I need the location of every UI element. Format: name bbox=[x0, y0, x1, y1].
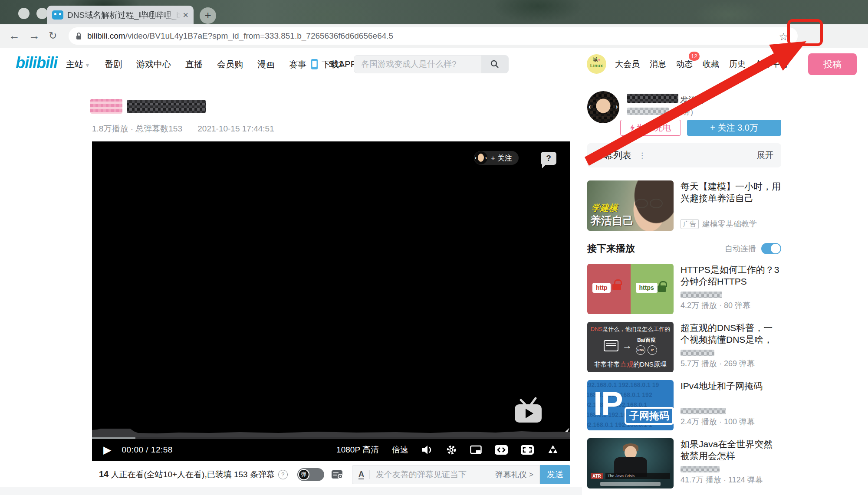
send-danmaku-button[interactable]: 发送 bbox=[540, 465, 570, 484]
bilibili-tv-watermark-icon bbox=[511, 396, 545, 424]
new-tab-button[interactable]: + bbox=[200, 7, 216, 24]
dns-badge-icon: DNS bbox=[636, 345, 645, 355]
up-next-title: 接下来播放 bbox=[587, 242, 635, 255]
danmaku-toggle[interactable]: 弹 bbox=[297, 468, 324, 481]
video-thumbnail[interactable]: http https bbox=[587, 264, 674, 314]
font-style-icon[interactable]: A bbox=[358, 470, 364, 479]
related-video-item[interactable]: ATR The Java Crisis 如果Java在全世界突然被禁用会怎样 4… bbox=[587, 438, 781, 488]
glasses-icon bbox=[635, 199, 648, 208]
video-player[interactable]: ‹ › + 关注 ? ▶ 00:00 / 12:58 1080P 高清 倍速 bbox=[92, 141, 570, 461]
lock-icon[interactable] bbox=[76, 32, 82, 40]
nav-item-shop[interactable]: 会员购 bbox=[217, 59, 243, 70]
related-video-item[interactable]: http https HTTPS是如何工作的？3分钟介绍HTTPS 4.2万 播… bbox=[587, 264, 781, 314]
help-circle-icon[interactable]: ? bbox=[278, 470, 288, 479]
search-icon bbox=[490, 59, 500, 69]
publish-time: 2021-10-15 17:44:51 bbox=[197, 124, 274, 133]
charge-button[interactable]: 为TA充电 bbox=[620, 120, 681, 136]
notification-badge: 12 bbox=[689, 52, 700, 61]
close-tab-icon[interactable]: × bbox=[183, 11, 188, 20]
video-title[interactable]: HTTPS是如何工作的？3分钟介绍HTTPS bbox=[681, 264, 781, 287]
related-video-item[interactable]: 192.168.0.1 192.168.0.1 19 .168.0.1 192.… bbox=[587, 380, 781, 430]
player-help-bubble[interactable]: ? bbox=[541, 152, 556, 165]
player-controls: ▶ 00:00 / 12:58 1080P 高清 倍速 bbox=[92, 439, 570, 461]
nav-item-manga[interactable]: 漫画 bbox=[257, 59, 275, 70]
bookmark-star-icon[interactable]: ☆ bbox=[779, 31, 788, 43]
danmaku-input[interactable] bbox=[375, 469, 496, 480]
danmaku-etiquette-link[interactable]: 弹幕礼仪 > bbox=[495, 469, 533, 480]
ad-thumbnail[interactable]: 学建模 养活自己 bbox=[587, 180, 674, 231]
search-box bbox=[354, 55, 509, 73]
video-stats: 4.2万 播放 · 80 弹幕 bbox=[681, 300, 750, 311]
browser-tab-strip: DNS域名解析过程_哔哩哔哩_bili × + bbox=[0, 0, 868, 24]
back-icon[interactable]: ← bbox=[9, 24, 20, 48]
video-title[interactable]: 如果Java在全世界突然被禁用会怎样 bbox=[681, 438, 781, 462]
traffic-light-minimize[interactable] bbox=[36, 8, 48, 19]
author-name-censored bbox=[627, 94, 678, 103]
search-button[interactable] bbox=[481, 56, 508, 73]
address-bar[interactable]: bilibili.com/video/BV1uL4y1B7aE?spm_id_f… bbox=[69, 27, 798, 45]
autoplay-label: 自动连播 bbox=[725, 243, 756, 254]
fullscreen-icon[interactable] bbox=[521, 445, 534, 455]
settings-gear-icon[interactable] bbox=[446, 444, 457, 456]
follow-button[interactable]: + 关注 3.0万 bbox=[687, 120, 781, 136]
time-display: 00:00 / 12:58 bbox=[122, 445, 172, 455]
nav-item-anime[interactable]: 番剧 bbox=[105, 59, 122, 70]
menu-favorites[interactable]: 收藏 bbox=[703, 59, 719, 70]
danmaku-settings-icon[interactable] bbox=[331, 469, 344, 480]
ip-badge-icon: IP bbox=[648, 345, 657, 355]
author-avatar-censored[interactable]: ‹ › bbox=[587, 91, 619, 123]
watch-together-icon[interactable] bbox=[547, 444, 559, 456]
browser-tab[interactable]: DNS域名解析过程_哔哩哔哩_bili × bbox=[47, 6, 194, 24]
uploader-censored bbox=[681, 350, 714, 356]
quality-selector[interactable]: 1080P 高清 bbox=[336, 444, 379, 456]
ad-title[interactable]: 每天【建模】一小时，用兴趣接单养活自己 bbox=[681, 180, 781, 204]
devices-icon bbox=[604, 340, 618, 351]
video-thumbnail[interactable]: ATR The Java Crisis bbox=[587, 438, 674, 488]
menu-dynamics[interactable]: 动态12 bbox=[676, 59, 693, 70]
up-next-header: 接下来播放 自动连播 bbox=[587, 242, 781, 255]
page-bottom-strip bbox=[0, 487, 582, 495]
uploader-follow-pill[interactable]: ‹ › + 关注 bbox=[474, 151, 519, 165]
send-message-link[interactable]: 发消息 bbox=[680, 95, 705, 106]
title-badge-censored bbox=[90, 99, 122, 114]
ad-card[interactable]: 学建模 养活自己 每天【建模】一小时，用兴趣接单养活自己 广告 建模零基础教学 bbox=[587, 180, 781, 231]
nav-item-esports[interactable]: 赛事 bbox=[289, 59, 306, 70]
video-thumbnail[interactable]: DNS是什么，他们是怎么工作的 → Bai百度 DNS IP 非常非常直观的DN… bbox=[587, 322, 674, 372]
play-button[interactable]: ▶ bbox=[103, 444, 111, 456]
annotation-highlight-box bbox=[787, 19, 823, 46]
uploader-censored bbox=[681, 292, 722, 298]
user-menu: 大会员 消息 动态12 收藏 历史 创作中心 bbox=[615, 48, 789, 81]
atr-logo: ATR bbox=[591, 473, 603, 479]
bilibili-logo[interactable]: bilibili bbox=[16, 54, 57, 72]
video-title-censored bbox=[127, 100, 206, 113]
more-options-icon[interactable]: ⋮ bbox=[638, 151, 646, 160]
download-app-link[interactable]: 下载APP bbox=[311, 48, 356, 81]
nav-item-home[interactable]: 主站▼ bbox=[66, 59, 90, 70]
bilibili-favicon-icon bbox=[52, 10, 63, 20]
arrow-right-icon: → bbox=[622, 340, 632, 351]
reload-icon[interactable]: ↻ bbox=[49, 24, 57, 48]
nav-item-game-center[interactable]: 游戏中心 bbox=[136, 59, 171, 70]
related-video-item[interactable]: DNS是什么，他们是怎么工作的 → Bai百度 DNS IP 非常非常直观的DN… bbox=[587, 322, 781, 372]
user-avatar[interactable]: 嘁 Linux bbox=[587, 54, 606, 74]
video-title[interactable]: IPv4地址和子网掩码 bbox=[681, 380, 781, 392]
menu-messages[interactable]: 消息 bbox=[650, 59, 666, 70]
video-title[interactable]: 超直观的DNS科普，一个视频搞懂DNS是啥，是怎… bbox=[681, 322, 781, 345]
web-fullscreen-icon[interactable] bbox=[495, 445, 508, 455]
traffic-light-close[interactable] bbox=[18, 8, 30, 19]
nav-item-live[interactable]: 直播 bbox=[185, 59, 203, 70]
menu-vip[interactable]: 大会员 bbox=[615, 59, 640, 70]
speed-selector[interactable]: 倍速 bbox=[392, 444, 408, 456]
expand-link[interactable]: 展开 bbox=[757, 150, 773, 161]
submit-video-button[interactable]: 投稿 bbox=[808, 53, 857, 75]
forward-icon[interactable]: → bbox=[29, 24, 40, 48]
pip-icon[interactable] bbox=[470, 445, 482, 455]
search-input[interactable] bbox=[360, 59, 481, 69]
video-thumbnail[interactable]: 192.168.0.1 192.168.0.1 19 .168.0.1 192.… bbox=[587, 380, 674, 430]
menu-history[interactable]: 历史 bbox=[729, 59, 746, 70]
glasses-icon bbox=[650, 199, 663, 208]
autoplay-toggle[interactable] bbox=[761, 243, 781, 254]
menu-creator-center[interactable]: 创作中心 bbox=[756, 59, 789, 70]
volume-icon[interactable] bbox=[421, 445, 433, 455]
danmaku-list-title: 弹幕列表 bbox=[595, 149, 631, 161]
